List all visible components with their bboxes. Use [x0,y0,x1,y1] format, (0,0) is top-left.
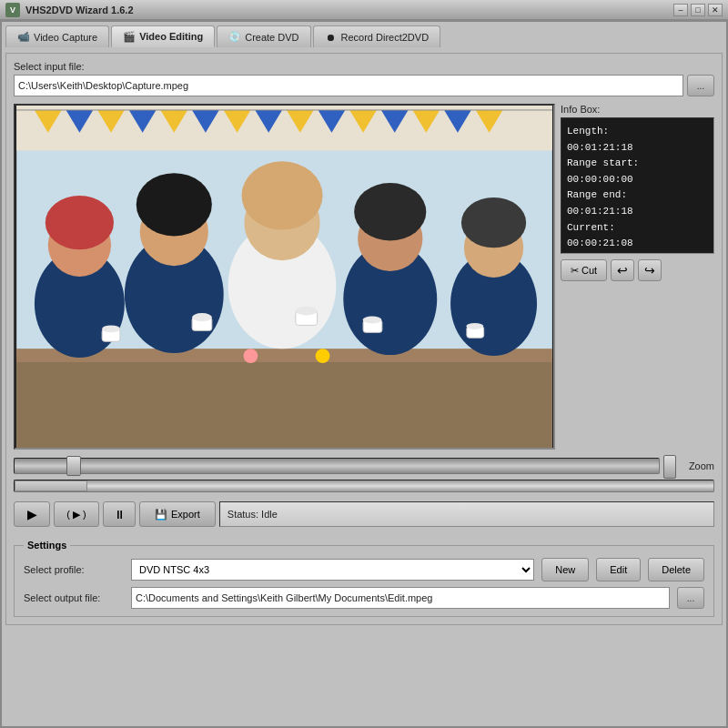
info-range-start-label: Range start: [567,156,708,172]
status-bar: Status: Idle [219,501,714,527]
settings-legend: Settings [24,540,70,551]
timeline-row: Zoom [14,455,714,477]
play-button[interactable]: ▶ [14,501,50,527]
main-window: 📹 Video Capture 🎬 Video Editing 💿 Create… [0,20,728,728]
output-file-label: Select output file: [24,592,124,603]
delete-profile-button[interactable]: Delete [648,558,704,581]
scroll-row [14,480,714,492]
window-title: VHS2DVD Wizard 1.6.2 [25,5,673,15]
output-file-row: Select output file: ... [24,587,704,609]
svg-point-37 [192,313,212,321]
settings-group: Settings Select profile: DVD NTSC 4x3 DV… [14,540,714,617]
svg-point-21 [46,196,114,249]
svg-point-24 [136,173,212,236]
edit-profile-button[interactable]: Edit [596,558,641,581]
scroll-thumb[interactable] [15,480,87,491]
tab-record-direct[interactable]: ⏺ Record Direct2DVD [313,25,441,47]
timeline-thumb[interactable] [66,456,81,476]
input-file-field[interactable] [14,75,683,96]
scroll-slider[interactable] [14,480,714,492]
svg-point-30 [354,183,426,240]
title-bar: V VHS2DVD Wizard 1.6.2 – □ ✕ [0,0,728,20]
profile-select-wrapper: DVD NTSC 4x3 DVD PAL 4x3 DVD NTSC 16x9 D… [131,559,534,581]
redo-button[interactable]: ↪ [638,259,662,281]
svg-point-44 [243,349,258,363]
export-button[interactable]: 💾 Export [139,501,216,527]
info-current-label: Current: [567,220,708,237]
svg-rect-17 [16,358,552,448]
cut-button[interactable]: ✂ Cut [561,259,607,281]
maximize-button[interactable]: □ [691,4,705,16]
tabs-bar: 📹 Video Capture 🎬 Video Editing 💿 Create… [5,25,723,47]
info-range-end-label: Range end: [567,187,708,204]
info-current-value: 00:00:21:08 [567,236,708,252]
info-box-label: Info Box: [561,104,714,115]
profile-row: Select profile: DVD NTSC 4x3 DVD PAL 4x3… [24,558,704,581]
svg-point-33 [461,197,526,248]
info-range-end-value: 00:01:21:18 [567,204,708,220]
info-length-value: 00:01:21:18 [567,140,708,157]
svg-point-41 [363,317,382,324]
info-length-label: Length: [567,124,708,140]
tab-video-capture[interactable]: 📹 Video Capture [5,25,109,47]
film-icon: 🎬 [123,30,136,43]
content-area: Select input file: ... [5,53,723,625]
playback-controls: ▶ ( ▶ ) ⏸ 💾 Export Status: Idle [14,498,714,531]
output-browse-button[interactable]: ... [677,587,704,609]
timeline-slider[interactable] [14,458,660,474]
export-icon: 💾 [155,509,167,521]
undo-button[interactable]: ↩ [611,259,634,281]
input-browse-button[interactable]: ... [687,75,714,96]
tab-video-editing[interactable]: 🎬 Video Editing [111,25,215,47]
profile-label: Select profile: [24,564,124,575]
record-icon: ⏺ [325,31,338,44]
info-box-content: Length: 00:01:21:18 Range start: 00:00:0… [561,117,714,254]
svg-point-45 [316,349,330,363]
output-file-field[interactable] [131,587,670,609]
video-preview [14,104,555,450]
close-button[interactable]: ✕ [708,4,723,16]
svg-point-35 [102,325,120,332]
input-file-section: Select input file: ... [14,61,714,96]
info-box-section: Info Box: Length: 00:01:21:18 Range star… [561,104,714,450]
svg-point-43 [466,323,483,329]
input-file-label: Select input file: [14,61,714,72]
info-range-start-value: 00:00:00:00 [567,172,708,188]
app-icon: V [5,3,20,17]
zoom-label: Zoom [689,460,714,471]
pause-button[interactable]: ⏸ [103,501,136,527]
video-info-section: Info Box: Length: 00:01:21:18 Range star… [14,104,714,450]
zoom-handle[interactable] [663,455,676,479]
svg-point-27 [242,161,323,229]
minimize-button[interactable]: – [673,4,688,16]
svg-point-39 [296,307,318,316]
tab-create-dvd[interactable]: 💿 Create DVD [217,25,310,47]
camera-icon: 📹 [17,31,30,44]
svg-rect-1 [16,106,552,150]
loop-play-button[interactable]: ( ▶ ) [54,501,99,527]
profile-select[interactable]: DVD NTSC 4x3 DVD PAL 4x3 DVD NTSC 16x9 D… [131,559,534,581]
window-controls: – □ ✕ [673,4,723,16]
disc-icon: 💿 [228,31,241,44]
new-profile-button[interactable]: New [541,558,589,581]
